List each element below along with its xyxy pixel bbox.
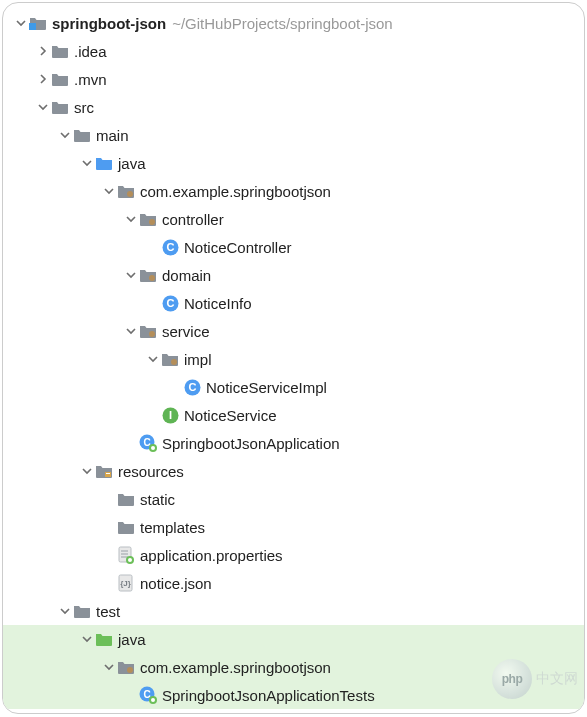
tree-item-label: src [74,99,94,116]
class-springbootjsonapplicationtests[interactable]: C SpringbootJsonApplicationTests [3,681,584,709]
tree-item-label: java [118,155,146,172]
chevron-down-icon[interactable] [101,183,117,199]
tree-item-label: main [96,127,129,144]
package-icon [117,182,135,200]
svg-point-5 [149,275,155,281]
interface-noticeservice[interactable]: I NoticeService [3,401,584,429]
project-tree[interactable]: springboot-json~/GitHubProjects/springbo… [2,2,585,714]
package-service[interactable]: service [3,317,584,345]
tree-item-label: notice.json [140,575,212,592]
svg-text:C: C [143,437,150,448]
tree-item-label: service [162,323,210,340]
svg-text:C: C [166,297,174,309]
tree-item-label: controller [162,211,224,228]
json-file-icon: {J} [117,574,135,592]
folder-icon [51,42,69,60]
tree-item-label: SpringbootJsonApplication [162,435,340,452]
folder-mvn[interactable]: .mvn [3,65,584,93]
folder-templates[interactable]: templates [3,513,584,541]
tree-item-label: com.example.springbootjson [140,183,331,200]
tree-item-label: static [140,491,175,508]
resources-folder-icon [95,462,113,480]
chevron-right-icon[interactable] [35,71,51,87]
tree-item-label: NoticeInfo [184,295,252,312]
svg-text:I: I [168,409,171,421]
svg-rect-17 [105,472,111,477]
folder-icon [117,518,135,536]
chevron-down-icon[interactable] [145,351,161,367]
class-icon: C [183,378,201,396]
tree-item-label: NoticeServiceImpl [206,379,327,396]
svg-point-26 [127,667,133,673]
project-folder-icon [29,14,47,32]
spring-class-icon: C [139,434,157,452]
package-root[interactable]: com.example.springbootjson [3,177,584,205]
class-icon: C [161,238,179,256]
folder-icon [51,98,69,116]
project-root[interactable]: springboot-json~/GitHubProjects/springbo… [3,9,584,37]
chevron-right-icon[interactable] [35,43,51,59]
test-folder-icon [95,630,113,648]
folder-main[interactable]: main [3,121,584,149]
svg-text:C: C [166,241,174,253]
folder-test[interactable]: test [3,597,584,625]
tree-item-label: springboot-json [52,15,166,32]
tree-item-label: test [96,603,120,620]
chevron-down-icon[interactable] [79,631,95,647]
chevron-down-icon[interactable] [13,15,29,31]
chevron-down-icon[interactable] [123,211,139,227]
tree-item-label: .mvn [74,71,107,88]
package-icon [139,210,157,228]
tree-item-label: application.properties [140,547,283,564]
folder-idea[interactable]: .idea [3,37,584,65]
chevron-down-icon[interactable] [101,659,117,675]
package-icon [117,658,135,676]
chevron-down-icon[interactable] [79,155,95,171]
spring-class-icon: C [139,686,157,704]
chevron-down-icon[interactable] [57,127,73,143]
tree-item-label: SpringbootJsonApplicationTests [162,687,375,704]
folder-icon [73,602,91,620]
folder-icon [51,70,69,88]
folder-test-java[interactable]: java [3,625,584,653]
class-noticeinfo[interactable]: C NoticeInfo [3,289,584,317]
svg-point-1 [127,191,133,197]
folder-icon [117,490,135,508]
file-notice-json[interactable]: {J} notice.json [3,569,584,597]
interface-icon: I [161,406,179,424]
package-icon [139,322,157,340]
svg-text:{J}: {J} [120,579,131,588]
class-noticeserviceimpl[interactable]: C NoticeServiceImpl [3,373,584,401]
chevron-down-icon[interactable] [79,463,95,479]
spring-props-icon [117,546,135,564]
chevron-down-icon[interactable] [123,323,139,339]
chevron-down-icon[interactable] [123,267,139,283]
class-noticecontroller[interactable]: C NoticeController [3,233,584,261]
tree-item-label: NoticeController [184,239,292,256]
tree-item-label: .idea [74,43,107,60]
class-icon: C [161,294,179,312]
package-domain[interactable]: domain [3,261,584,289]
package-test-root[interactable]: com.example.springbootjson [3,653,584,681]
folder-src[interactable]: src [3,93,584,121]
package-controller[interactable]: controller [3,205,584,233]
tree-item-label: java [118,631,146,648]
chevron-down-icon[interactable] [57,603,73,619]
folder-icon [73,126,91,144]
svg-rect-0 [29,23,36,30]
tree-item-label: impl [184,351,212,368]
svg-rect-18 [106,473,110,474]
folder-static[interactable]: static [3,485,584,513]
package-impl[interactable]: impl [3,345,584,373]
svg-point-2 [149,219,155,225]
folder-java[interactable]: java [3,149,584,177]
class-springbootjsonapplication[interactable]: C SpringbootJsonApplication [3,429,584,457]
file-application-properties[interactable]: application.properties [3,541,584,569]
tree-item-label: NoticeService [184,407,277,424]
tree-item-label: domain [162,267,211,284]
source-folder-icon [95,154,113,172]
svg-point-8 [149,331,155,337]
folder-resources[interactable]: resources [3,457,584,485]
svg-point-9 [171,359,177,365]
chevron-down-icon[interactable] [35,99,51,115]
